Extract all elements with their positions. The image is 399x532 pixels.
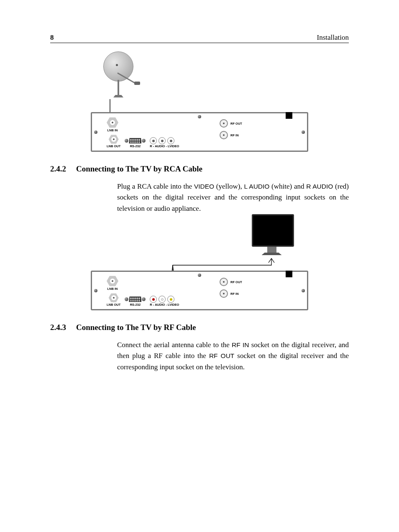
lnb-out-port-icon bbox=[109, 293, 119, 303]
rf-in-port-icon bbox=[220, 131, 228, 139]
rf-out-port-icon bbox=[220, 278, 228, 286]
label-audio-video: R - AUDIO - LVIDEO bbox=[150, 303, 179, 307]
label-rf-out: RF OUT bbox=[230, 122, 242, 125]
label-lnb-in: LNB IN bbox=[107, 287, 118, 291]
screw-icon bbox=[94, 130, 97, 134]
chapter-title: Installation bbox=[317, 33, 349, 42]
figure-rca-to-tv: LNB IN LNB OUT RS-232 bbox=[50, 218, 349, 310]
screw-icon bbox=[302, 130, 305, 134]
section-heading-242: 2.4.2Connecting to The TV by RCA Cable bbox=[50, 164, 349, 174]
receiver-rear-panel: LNB IN LNB OUT RS-232 bbox=[91, 271, 308, 310]
rf-out-port-icon bbox=[220, 119, 228, 128]
figure-dish-to-receiver: LNB IN LNB OUT RS-232 bbox=[50, 51, 349, 152]
label-rf-in: RF IN bbox=[230, 292, 239, 296]
power-block-icon bbox=[286, 271, 292, 277]
screw-icon bbox=[198, 274, 201, 277]
receiver-rear-panel: LNB IN LNB OUT RS-232 bbox=[91, 112, 308, 152]
screw-icon bbox=[302, 289, 305, 292]
label-rs232: RS-232 bbox=[125, 303, 146, 307]
rf-in-port-icon bbox=[220, 289, 228, 298]
label-lnb-out: LNB OUT bbox=[107, 303, 120, 307]
label-lnb-in: LNB IN bbox=[107, 128, 118, 132]
screw-icon bbox=[198, 115, 201, 118]
lnb-in-port-icon bbox=[107, 117, 118, 128]
label-rf-in: RF IN bbox=[230, 133, 239, 137]
lnb-in-port-icon bbox=[107, 275, 118, 287]
screw-icon bbox=[94, 289, 97, 292]
page-number: 8 bbox=[50, 33, 54, 42]
rca-ports-icon bbox=[150, 137, 179, 144]
rs232-port-icon bbox=[125, 297, 146, 302]
section-body-243: Connect the aerial antenna cable to the … bbox=[117, 340, 349, 373]
rca-ports-icon bbox=[150, 296, 179, 303]
section-title: Connecting to The TV by RCA Cable bbox=[76, 164, 202, 173]
section-number: 2.4.2 bbox=[50, 164, 76, 174]
rs232-port-icon bbox=[125, 138, 146, 143]
power-block-icon bbox=[286, 112, 292, 119]
section-body-242: Plug a RCA cable into the VIDEO (yellow)… bbox=[117, 181, 349, 214]
section-number: 2.4.3 bbox=[50, 323, 76, 332]
page-header: 8 Installation bbox=[50, 33, 349, 43]
lnb-out-port-icon bbox=[109, 134, 119, 144]
label-rf-out: RF OUT bbox=[230, 280, 242, 284]
label-rs232: RS-232 bbox=[125, 144, 146, 148]
section-title: Connecting to The TV by RF Cable bbox=[76, 323, 196, 332]
label-audio-video: R - AUDIO - LVIDEO bbox=[150, 144, 179, 148]
label-lnb-out: LNB OUT bbox=[107, 144, 120, 148]
section-heading-243: 2.4.3Connecting to The TV by RF Cable bbox=[50, 323, 349, 332]
